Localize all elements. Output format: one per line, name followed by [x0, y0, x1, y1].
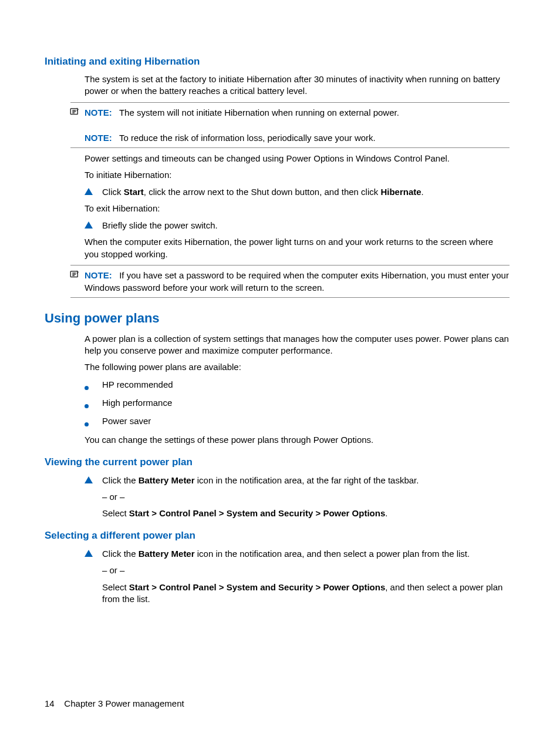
- note-text: If you have set a password to be require…: [85, 270, 509, 293]
- triangle-icon: [85, 474, 102, 485]
- paragraph: The following power plans are available:: [85, 361, 510, 373]
- paragraph: To initiate Hibernation:: [85, 169, 510, 181]
- note-icon: [69, 269, 80, 280]
- note-text: To reduce the risk of information loss, …: [119, 133, 376, 143]
- paragraph: Select Start > Control Panel > System an…: [102, 582, 510, 606]
- note-icon: [69, 106, 80, 117]
- bullet-icon: [85, 416, 102, 428]
- step-item: Click the Battery Meter icon in the noti…: [85, 547, 510, 560]
- triangle-icon: [85, 547, 102, 559]
- step-text: Click Start, click the arrow next to the…: [102, 186, 510, 198]
- paragraph: When the computer exits Hibernation, the…: [85, 236, 510, 260]
- paragraph: Select Start > Control Panel > System an…: [102, 508, 510, 519]
- or-separator: – or –: [102, 491, 510, 503]
- bullet-icon: [85, 398, 102, 410]
- note-line: NOTE: The system will not initiate Hiber…: [85, 105, 510, 120]
- heading-hibernation: Initiating and exiting Hibernation: [45, 56, 510, 68]
- chapter-label: Chapter 3 Power management: [64, 698, 184, 708]
- bullet-icon: [85, 379, 102, 392]
- list-item: HP recommended: [85, 379, 510, 392]
- heading-selecting-plan: Selecting a different power plan: [45, 530, 510, 542]
- paragraph: The system is set at the factory to init…: [85, 73, 510, 98]
- heading-viewing-plan: Viewing the current power plan: [45, 456, 510, 468]
- bullet-text: Power saver: [102, 416, 510, 426]
- paragraph: You can change the settings of these pow…: [85, 434, 510, 446]
- paragraph: Power settings and timeouts can be chang…: [85, 153, 510, 164]
- step-item: Click the Battery Meter icon in the noti…: [85, 474, 510, 486]
- bullet-text: High performance: [102, 398, 510, 408]
- step-text: Click the Battery Meter icon in the noti…: [102, 547, 510, 560]
- note-label: NOTE:: [85, 133, 112, 143]
- or-separator: – or –: [102, 564, 510, 576]
- heading-power-plans: Using power plans: [45, 311, 510, 326]
- note-block: NOTE: The system will not initiate Hiber…: [70, 102, 510, 148]
- triangle-icon: [85, 186, 102, 197]
- note-label: NOTE:: [85, 107, 112, 117]
- step-item: Click Start, click the arrow next to the…: [85, 186, 510, 198]
- note-label: NOTE:: [85, 270, 112, 280]
- list-item: High performance: [85, 398, 510, 410]
- note-block: NOTE: If you have set a password to be r…: [70, 265, 510, 298]
- note-line: NOTE: To reduce the risk of information …: [85, 130, 510, 145]
- bullet-text: HP recommended: [102, 379, 510, 389]
- paragraph: A power plan is a collection of system s…: [85, 333, 510, 357]
- note-line: NOTE: If you have set a password to be r…: [85, 268, 510, 295]
- list-item: Power saver: [85, 416, 510, 428]
- step-item: Briefly slide the power switch.: [85, 219, 510, 231]
- step-text: Briefly slide the power switch.: [102, 219, 510, 231]
- triangle-icon: [85, 219, 102, 230]
- step-text: Click the Battery Meter icon in the noti…: [102, 474, 510, 486]
- note-text: The system will not initiate Hibernation…: [119, 107, 399, 117]
- page-footer: 14 Chapter 3 Power management: [45, 698, 184, 708]
- paragraph: To exit Hibernation:: [85, 203, 510, 214]
- page-number: 14: [45, 698, 55, 708]
